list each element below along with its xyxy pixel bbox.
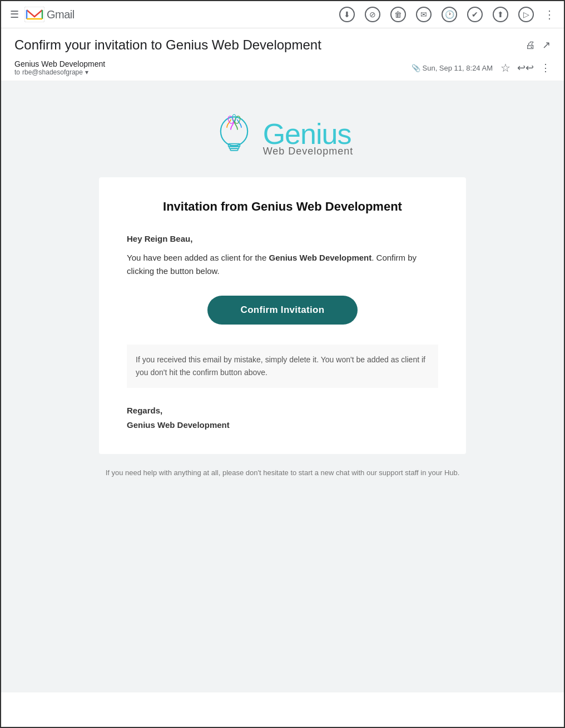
toolbar-left: ☰ Gmail bbox=[10, 7, 328, 22]
open-external-icon[interactable]: ↗ bbox=[542, 39, 551, 51]
subject-action-icons: 🖨 ↗ bbox=[526, 39, 551, 51]
star-icon[interactable]: ☆ bbox=[500, 61, 511, 74]
footer-text: If you need help with anything at all, p… bbox=[37, 467, 528, 478]
disclaimer-text: If you received this email by mistake, s… bbox=[136, 353, 429, 379]
email-footer: If you need help with anything at all, p… bbox=[14, 454, 551, 492]
snooze-icon[interactable]: 🕐 bbox=[442, 7, 457, 22]
spam-icon[interactable]: ⊘ bbox=[365, 7, 380, 22]
email-subject: Confirm your invitation to Genius Web De… bbox=[14, 37, 321, 53]
archive-icon[interactable]: ⬇ bbox=[339, 7, 355, 22]
regards-name: Genius Web Development bbox=[127, 418, 438, 432]
regards-label: Regards, bbox=[127, 403, 438, 418]
email-meta-row: Genius Web Development to rbe@shadesofgr… bbox=[14, 59, 551, 76]
task-icon[interactable]: ✔ bbox=[467, 7, 483, 22]
logo-genius-text: Genius bbox=[263, 119, 354, 148]
hamburger-icon[interactable]: ☰ bbox=[10, 8, 19, 21]
email-date: 📎 Sun, Sep 11, 8:24 AM bbox=[412, 64, 493, 72]
more-options-icon[interactable]: ⋮ bbox=[544, 8, 555, 21]
gmail-label: Gmail bbox=[47, 8, 75, 21]
logo-section: Genius Web Development bbox=[14, 94, 551, 177]
reply-all-icon[interactable]: ↩↩ bbox=[517, 62, 534, 74]
email-to-address: to rbe@shadesofgrape ▾ bbox=[14, 68, 105, 76]
email-subject-row: Confirm your invitation to Genius Web De… bbox=[14, 37, 551, 53]
attachment-icon: 📎 bbox=[412, 64, 420, 72]
email-timestamp: Sun, Sep 11, 8:24 AM bbox=[423, 64, 493, 72]
email-sender-name: Genius Web Development bbox=[14, 59, 105, 68]
print-icon[interactable]: 🖨 bbox=[526, 39, 536, 51]
more-email-options-icon[interactable]: ⋮ bbox=[541, 62, 551, 74]
move-icon[interactable]: ⬆ bbox=[493, 7, 508, 22]
to-email: rbe@shadesofgrape bbox=[22, 68, 83, 76]
confirm-invitation-button[interactable]: Confirm Invitation bbox=[207, 296, 358, 325]
confirm-btn-row: Confirm Invitation bbox=[127, 296, 438, 325]
email-card: Invitation from Genius Web Development H… bbox=[99, 177, 466, 454]
email-meta-right: 📎 Sun, Sep 11, 8:24 AM ☆ ↩↩ ⋮ bbox=[412, 61, 551, 74]
toolbar-icons: ⬇ ⊘ 🗑 ✉ 🕐 ✔ ⬆ ▷ ⋮ bbox=[339, 7, 555, 22]
to-label: to bbox=[14, 68, 20, 76]
gmail-logo: Gmail bbox=[24, 7, 75, 22]
email-action-icons: ☆ ↩↩ ⋮ bbox=[500, 61, 551, 74]
gmail-m-icon bbox=[24, 7, 44, 22]
card-greeting: Hey Reign Beau, bbox=[127, 234, 438, 243]
svg-rect-0 bbox=[24, 7, 44, 22]
toolbar: ☰ Gmail ⬇ ⊘ 🗑 ✉ 🕐 ✔ ⬆ ▷ ⋮ bbox=[1, 1, 564, 28]
card-disclaimer: If you received this email by mistake, s… bbox=[127, 345, 438, 388]
card-body-bold: Genius Web Development bbox=[269, 253, 371, 262]
email-header: Confirm your invitation to Genius Web De… bbox=[1, 28, 564, 81]
card-title: Invitation from Genius Web Development bbox=[127, 200, 438, 214]
delete-icon[interactable]: 🗑 bbox=[390, 7, 406, 22]
svg-rect-7 bbox=[230, 148, 238, 150]
card-body-part1: You have been added as client for the bbox=[127, 253, 269, 262]
card-regards: Regards, Genius Web Development bbox=[127, 403, 438, 432]
email-from: Genius Web Development to rbe@shadesofgr… bbox=[14, 59, 105, 76]
card-body-text: You have been added as client for the Ge… bbox=[127, 251, 438, 278]
logo-web-dev-text: Web Development bbox=[263, 146, 354, 156]
mark-unread-icon[interactable]: ✉ bbox=[416, 7, 432, 22]
label-icon[interactable]: ▷ bbox=[518, 7, 534, 22]
logo-text: Genius Web Development bbox=[263, 119, 354, 156]
genius-bulb-icon bbox=[212, 111, 256, 164]
email-body-area: Genius Web Development Invitation from G… bbox=[1, 81, 564, 692]
expand-recipients-icon[interactable]: ▾ bbox=[85, 68, 88, 76]
